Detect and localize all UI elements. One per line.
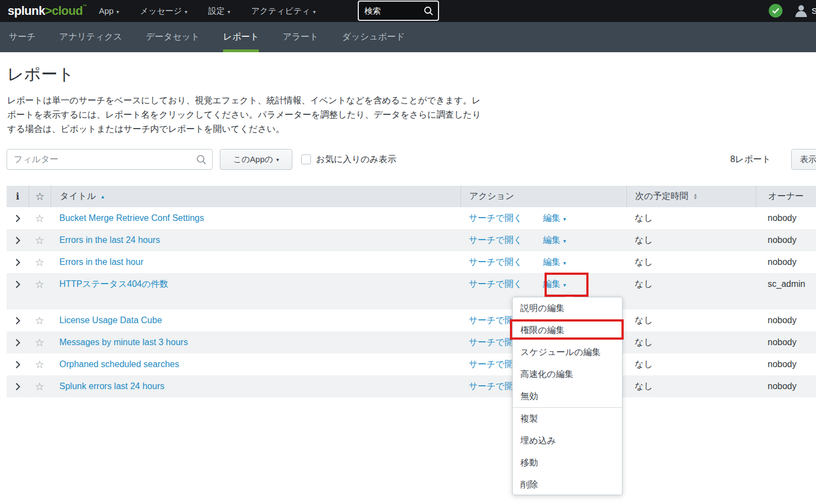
favorite-star-icon[interactable]: ☆ bbox=[35, 234, 44, 247]
edit-dropdown-link[interactable]: 編集▾ bbox=[543, 235, 566, 246]
favorites-only-checkbox[interactable] bbox=[301, 154, 311, 164]
menu-item-move[interactable]: 移動 bbox=[513, 452, 622, 474]
column-header-info[interactable]: i bbox=[7, 186, 29, 207]
expand-chevron-icon[interactable] bbox=[15, 280, 20, 289]
tab-analytics[interactable]: アナリティクス bbox=[59, 22, 123, 52]
owner-cell: nobody bbox=[756, 375, 816, 397]
splunk-cloud-logo[interactable]: splunk>cloud™ bbox=[8, 4, 87, 18]
table-row: ☆ License Usage Data Cube サーチで開く 編集▾ なし … bbox=[7, 309, 816, 331]
edit-dropdown-link[interactable]: 編集▾ bbox=[543, 279, 566, 290]
edit-dropdown-menu: 説明の編集 権限の編集 スケジュールの編集 高速化の編集 無効 複製 埋め込み … bbox=[512, 297, 623, 495]
menu-item-embed[interactable]: 埋め込み bbox=[513, 430, 622, 452]
open-in-search-link[interactable]: サーチで開く bbox=[469, 279, 543, 290]
report-title-link[interactable]: Messages by minute last 3 hours bbox=[59, 337, 188, 347]
owner-cell: nobody bbox=[756, 331, 816, 353]
expand-chevron-icon[interactable] bbox=[15, 361, 20, 369]
next-scheduled-time: なし bbox=[626, 309, 756, 331]
report-title-link[interactable]: Splunk errors last 24 hours bbox=[59, 381, 164, 391]
favorite-star-icon[interactable]: ☆ bbox=[35, 212, 44, 225]
favorite-star-icon[interactable]: ☆ bbox=[35, 278, 44, 291]
report-title-link[interactable]: Orphaned scheduled searches bbox=[59, 359, 179, 369]
column-header-next-time[interactable]: 次の予定時間▲▼ bbox=[626, 186, 756, 207]
expand-chevron-icon[interactable] bbox=[15, 339, 20, 347]
menu-item-edit-schedule[interactable]: スケジュールの編集 bbox=[513, 341, 622, 363]
report-title-link[interactable]: License Usage Data Cube bbox=[59, 315, 162, 325]
next-scheduled-time: なし bbox=[626, 353, 756, 375]
expand-chevron-icon[interactable] bbox=[15, 317, 20, 325]
favorite-star-icon[interactable]: ☆ bbox=[35, 314, 44, 327]
page-description: レポートは単一のサーチをベースにしており、視覚エフェクト、統計情報、イベントなど… bbox=[7, 93, 489, 136]
health-status-ok-icon[interactable] bbox=[769, 4, 782, 18]
tab-reports[interactable]: レポート bbox=[223, 22, 259, 52]
search-icon[interactable] bbox=[196, 154, 207, 165]
report-title-link[interactable]: HTTPステータス404の件数 bbox=[59, 279, 168, 290]
user-name-label: S bbox=[812, 6, 816, 15]
favorite-star-icon[interactable]: ☆ bbox=[35, 256, 44, 269]
chevron-down-icon: ▾ bbox=[116, 9, 119, 15]
menu-item-disable[interactable]: 無効 bbox=[513, 385, 622, 407]
open-in-search-link[interactable]: サーチで開く bbox=[469, 235, 543, 246]
user-icon bbox=[794, 3, 808, 18]
menu-item-edit-acceleration[interactable]: 高速化の編集 bbox=[513, 363, 622, 385]
next-scheduled-time: なし bbox=[626, 375, 756, 397]
menu-app[interactable]: App▾ bbox=[99, 6, 119, 16]
app-scope-dropdown-button[interactable]: このAppの▾ bbox=[220, 149, 292, 170]
reports-table: i ☆ タイトル▲ アクション 次の予定時間▲▼ オーナー ☆ Bucket M… bbox=[7, 186, 816, 397]
expand-chevron-icon[interactable] bbox=[15, 236, 20, 245]
chevron-down-icon: ▾ bbox=[227, 9, 230, 15]
table-row: ☆ Errors in the last hour サーチで開く 編集▾ なし … bbox=[7, 251, 816, 273]
open-in-search-link[interactable]: サーチで開く bbox=[469, 213, 543, 224]
column-header-actions: アクション bbox=[460, 186, 626, 207]
edit-dropdown-link[interactable]: 編集▾ bbox=[543, 257, 566, 268]
expand-chevron-icon[interactable] bbox=[15, 383, 20, 391]
report-title-link[interactable]: Errors in the last 24 hours bbox=[59, 235, 160, 245]
filter-field[interactable] bbox=[7, 149, 213, 170]
next-scheduled-time: なし bbox=[626, 273, 756, 295]
expand-chevron-icon[interactable] bbox=[15, 214, 20, 223]
column-header-favorite[interactable]: ☆ bbox=[29, 186, 51, 207]
table-row: ☆ Errors in the last 24 hours サーチで開く 編集▾… bbox=[7, 229, 816, 251]
tab-datasets[interactable]: データセット bbox=[146, 22, 199, 52]
chevron-down-icon: ▾ bbox=[185, 9, 187, 15]
menu-messages[interactable]: メッセージ▾ bbox=[140, 6, 187, 16]
chevron-down-icon: ▾ bbox=[563, 260, 566, 266]
table-header-row: i ☆ タイトル▲ アクション 次の予定時間▲▼ オーナー bbox=[7, 186, 816, 207]
global-search-box[interactable] bbox=[358, 1, 439, 21]
reports-toolbar: このAppの▾ お気に入りのみ表示 8レポート 表示 bbox=[0, 149, 816, 170]
tab-search[interactable]: サーチ bbox=[9, 22, 36, 52]
column-header-owner[interactable]: オーナー bbox=[756, 186, 816, 207]
tab-alerts[interactable]: アラート bbox=[282, 22, 318, 52]
menu-item-delete[interactable]: 削除 bbox=[513, 474, 622, 496]
display-options-button[interactable]: 表示 bbox=[791, 149, 816, 170]
search-icon[interactable] bbox=[424, 6, 434, 16]
table-row: ☆ Bucket Merge Retrieve Conf Settings サー… bbox=[7, 207, 816, 229]
chevron-down-icon: ▾ bbox=[563, 238, 566, 244]
menu-item-clone[interactable]: 複製 bbox=[513, 408, 622, 430]
favorite-star-icon[interactable]: ☆ bbox=[35, 336, 44, 349]
chevron-down-icon: ▾ bbox=[563, 282, 566, 288]
edit-dropdown-link[interactable]: 編集▾ bbox=[543, 213, 566, 224]
table-row: ☆ Splunk errors last 24 hours サーチで開く 編集▾… bbox=[7, 375, 816, 397]
menu-activity[interactable]: アクティビティ▾ bbox=[251, 6, 316, 16]
menu-item-edit-description[interactable]: 説明の編集 bbox=[513, 297, 622, 319]
report-title-link[interactable]: Bucket Merge Retrieve Conf Settings bbox=[59, 213, 204, 223]
owner-cell: nobody bbox=[756, 309, 816, 331]
next-scheduled-time: なし bbox=[626, 331, 756, 353]
menu-settings[interactable]: 設定▾ bbox=[208, 6, 230, 16]
expand-chevron-icon[interactable] bbox=[15, 258, 20, 267]
next-scheduled-time: なし bbox=[626, 229, 756, 251]
open-in-search-link[interactable]: サーチで開く bbox=[469, 257, 543, 268]
report-title-link[interactable]: Errors in the last hour bbox=[59, 257, 143, 267]
column-header-title[interactable]: タイトル▲ bbox=[51, 186, 460, 207]
global-search-input[interactable] bbox=[364, 6, 424, 15]
filter-input[interactable] bbox=[14, 154, 196, 164]
sort-ascending-icon: ▲ bbox=[101, 194, 106, 200]
user-menu[interactable]: S bbox=[794, 3, 816, 18]
star-icon: ☆ bbox=[35, 190, 45, 203]
favorite-star-icon[interactable]: ☆ bbox=[35, 358, 44, 371]
menu-item-edit-permissions[interactable]: 権限の編集 bbox=[513, 319, 622, 341]
tab-dashboards[interactable]: ダッシュボード bbox=[342, 22, 405, 52]
favorite-star-icon[interactable]: ☆ bbox=[35, 380, 44, 393]
owner-cell: nobody bbox=[756, 229, 816, 251]
chevron-down-icon: ▾ bbox=[276, 157, 279, 163]
